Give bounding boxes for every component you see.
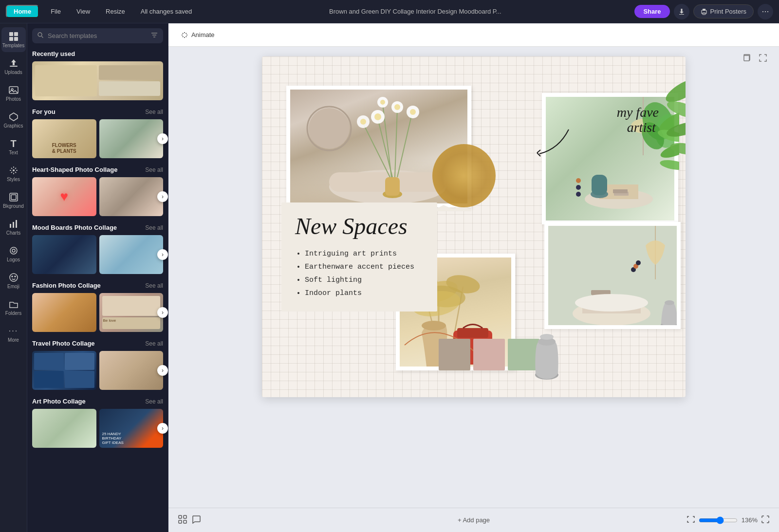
sidebar-item-logos[interactable]: Logos xyxy=(1,241,26,266)
svg-rect-3 xyxy=(9,32,13,36)
for-you-title: For you xyxy=(32,108,56,115)
template-thumb[interactable]: Be love xyxy=(99,293,164,332)
svg-point-22 xyxy=(38,33,42,37)
print-label: Print Posters xyxy=(710,8,746,15)
carousel-next-button[interactable]: › xyxy=(157,423,168,434)
color-swatch-brown[interactable] xyxy=(439,339,470,370)
carousel-next-button[interactable]: › xyxy=(157,307,168,318)
travel-collage-section: Travel Photo Collage See all › xyxy=(32,340,163,390)
moodboard-canvas[interactable]: New Spaces Intriguing art prints Earthen… xyxy=(262,56,686,397)
recently-used-thumb[interactable] xyxy=(32,61,163,100)
svg-point-89 xyxy=(665,119,686,139)
template-thumb[interactable]: ♥ xyxy=(32,177,96,216)
template-thumb[interactable] xyxy=(32,409,96,448)
template-thumb[interactable] xyxy=(32,235,96,274)
svg-point-34 xyxy=(374,113,381,120)
uploads-label: Uploads xyxy=(4,70,22,75)
graphics-label: Graphics xyxy=(3,123,23,128)
svg-point-40 xyxy=(410,109,416,115)
share-button[interactable]: Share xyxy=(634,5,669,18)
sidebar-item-folders[interactable]: Folders xyxy=(1,295,26,320)
sidebar-item-text[interactable]: T Text xyxy=(1,134,26,159)
svg-marker-10 xyxy=(10,113,18,121)
list-item: Soft lighting xyxy=(305,274,424,287)
sidebar-item-background[interactable]: Bkground xyxy=(1,188,26,213)
templates-label: Templates xyxy=(2,43,25,48)
travel-collage-title: Travel Photo Collage xyxy=(32,340,95,347)
heart-collage-see-all[interactable]: See all xyxy=(145,166,163,173)
art-collage-see-all[interactable]: See all xyxy=(145,398,163,405)
photos-label: Photos xyxy=(6,96,21,102)
topbar-actions: Share Print Posters ··· xyxy=(634,4,773,19)
fullscreen-button[interactable] xyxy=(761,515,769,525)
comment-button[interactable] xyxy=(192,515,201,526)
svg-point-18 xyxy=(12,249,15,252)
folders-icon xyxy=(8,299,19,310)
fashion-collage-section: Fashion Photo Collage See all Be love › xyxy=(32,282,163,332)
sidebar-item-uploads[interactable]: Uploads xyxy=(1,54,26,79)
animate-button[interactable]: Animate xyxy=(176,29,220,41)
zoom-fit-button[interactable] xyxy=(687,515,695,525)
download-button[interactable] xyxy=(674,4,689,19)
sidebar-item-graphics[interactable]: Graphics xyxy=(1,108,26,132)
for-you-see-all[interactable]: See all xyxy=(145,109,163,115)
travel-collage-see-all[interactable]: See all xyxy=(145,340,163,347)
grid-view-button[interactable] xyxy=(178,515,187,526)
template-thumb[interactable] xyxy=(99,177,164,216)
charts-icon xyxy=(8,219,19,229)
template-thumb[interactable] xyxy=(99,235,164,274)
copy-icon[interactable] xyxy=(740,52,753,66)
fashion-collage-see-all[interactable]: See all xyxy=(145,282,163,289)
svg-line-31 xyxy=(397,114,412,177)
svg-rect-4 xyxy=(14,32,18,36)
print-button[interactable]: Print Posters xyxy=(693,4,754,18)
main-layout: Templates Uploads Photos Graphics T Text xyxy=(0,23,779,532)
carousel-next-button[interactable]: › xyxy=(157,133,168,144)
expand-icon[interactable] xyxy=(757,52,769,66)
color-swatches xyxy=(439,339,539,370)
background-label: Bkground xyxy=(3,203,24,209)
search-input[interactable] xyxy=(48,32,147,39)
carousel-next-button[interactable]: › xyxy=(157,191,168,202)
view-menu[interactable]: View xyxy=(73,6,94,17)
template-thumb[interactable]: FLOWERS& PLANTS xyxy=(32,119,96,158)
home-button[interactable]: Home xyxy=(6,5,39,18)
recently-used-grid xyxy=(32,61,163,100)
feature-list: Intriguing art prints Earthenware accent… xyxy=(295,247,424,300)
more-options-button[interactable]: ··· xyxy=(758,4,773,19)
document-title: Brown and Green DIY Collage Interior Des… xyxy=(204,8,627,15)
sidebar-item-photos[interactable]: Photos xyxy=(1,81,26,106)
template-thumb[interactable]: 25 HANDYBIRTHDAYGIFT IDEAS xyxy=(99,409,164,448)
recently-used-title: Recently used xyxy=(32,50,75,57)
canvas-content[interactable]: New Spaces Intriguing art prints Earthen… xyxy=(168,47,779,508)
bottom-right-photo-frame[interactable] xyxy=(544,222,681,329)
new-spaces-title: New Spaces xyxy=(295,214,424,238)
color-swatch-pink[interactable] xyxy=(473,339,505,370)
art-collage-grid: 25 HANDYBIRTHDAYGIFT IDEAS › xyxy=(32,409,163,448)
carousel-next-button[interactable]: › xyxy=(157,249,168,260)
add-page-button[interactable]: + Add page xyxy=(451,514,497,527)
recently-used-header: Recently used xyxy=(32,50,163,57)
svg-point-42 xyxy=(380,100,385,105)
sidebar-item-emoji[interactable]: Emoji xyxy=(1,268,26,293)
sidebar-item-charts[interactable]: Charts xyxy=(1,215,26,239)
template-thumb[interactable] xyxy=(32,351,96,390)
styles-icon xyxy=(8,165,19,176)
filter-icon[interactable] xyxy=(150,31,158,40)
sidebar-item-styles[interactable]: Styles xyxy=(1,161,26,186)
search-icon xyxy=(37,32,44,40)
zoom-controls: 136% xyxy=(687,515,769,525)
template-thumb[interactable] xyxy=(32,293,96,332)
template-thumb[interactable] xyxy=(99,119,164,158)
template-thumb[interactable] xyxy=(99,351,164,390)
sidebar-item-more[interactable]: ··· More xyxy=(1,322,26,347)
file-menu[interactable]: File xyxy=(47,6,65,17)
text-panel[interactable]: New Spaces Intriguing art prints Earthen… xyxy=(281,202,437,312)
resize-menu[interactable]: Resize xyxy=(102,6,129,17)
sidebar-item-templates[interactable]: Templates xyxy=(1,27,26,52)
mood-boards-see-all[interactable]: See all xyxy=(145,224,163,231)
carousel-next-button[interactable]: › xyxy=(157,365,168,376)
emoji-icon xyxy=(8,272,19,283)
svg-rect-27 xyxy=(385,177,400,196)
zoom-slider[interactable] xyxy=(699,516,738,524)
